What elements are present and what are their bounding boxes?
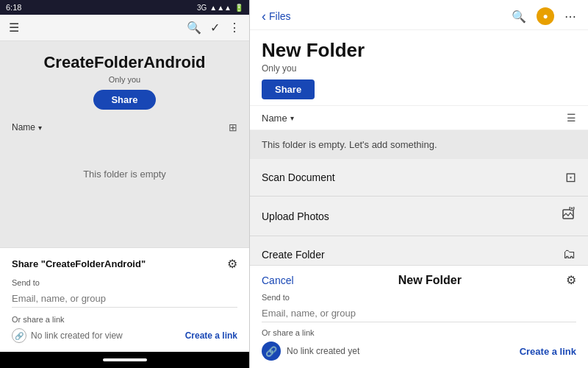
right-no-link-text: No link created yet: [287, 346, 359, 356]
back-files-button[interactable]: ‹ Files: [262, 9, 291, 24]
left-share-button[interactable]: Share: [93, 90, 155, 110]
left-share-panel-title: Share "CreateFolderAndroid": [12, 258, 146, 269]
right-more-icon[interactable]: ⋯: [564, 10, 576, 24]
right-share-panel: Cancel New Folder ⚙ Send to Or share a l…: [250, 265, 588, 368]
left-link-icon: 🔗: [12, 328, 26, 343]
status-time: 6:18: [6, 3, 21, 12]
battery-icon: 🔋: [234, 4, 243, 12]
right-share-button[interactable]: Share: [262, 79, 315, 99]
left-bottom-bar: [0, 352, 249, 368]
right-create-link-button[interactable]: Create a link: [520, 346, 576, 357]
action-list: Scan Document ⊡ Upload Photos Create Fol…: [250, 159, 588, 265]
left-name-label: Name: [12, 122, 35, 132]
right-or-share-label: Or share a link: [262, 328, 576, 337]
scan-document-item[interactable]: Scan Document ⊡: [250, 159, 588, 197]
right-sort-chevron: ▾: [290, 114, 294, 122]
right-notif-icon[interactable]: ●: [537, 7, 554, 25]
create-folder-icon: 🗂: [563, 247, 576, 262]
right-name-sort[interactable]: Name ▾: [262, 113, 294, 124]
left-folder-content: CreateFolderAndroid Only you Share Name …: [0, 41, 249, 247]
left-email-input[interactable]: [12, 290, 237, 308]
cancel-button[interactable]: Cancel: [262, 275, 294, 286]
left-only-you: Only you: [109, 75, 140, 84]
menu-icon[interactable]: ☰: [9, 21, 19, 35]
status-bar: 6:18 3G ▲▲▲ 🔋: [0, 0, 249, 15]
right-search-icon[interactable]: 🔍: [512, 10, 526, 24]
right-only-you: Only you: [262, 63, 576, 74]
right-list-icon[interactable]: ☰: [567, 112, 576, 124]
right-link-icon: 🔗: [262, 342, 281, 361]
phone-toolbar: ☰ 🔍 ✓ ⋮: [0, 15, 249, 41]
left-or-share-label: Or share a link: [12, 315, 237, 324]
upload-photos-icon: [562, 207, 576, 225]
right-email-input[interactable]: [262, 305, 576, 322]
left-folder-title: CreateFolderAndroid: [43, 53, 205, 72]
left-no-link: 🔗 No link created for view: [12, 328, 123, 343]
left-create-link-button[interactable]: Create a link: [185, 330, 237, 341]
status-icons: 3G ▲▲▲ 🔋: [197, 4, 243, 12]
right-panel: ‹ Files 🔍 ● ⋯ New Folder Only you Share …: [250, 0, 588, 368]
right-content-area: This folder is empty. Let's add somethin…: [250, 130, 588, 265]
create-folder-item[interactable]: Create Folder 🗂: [250, 236, 588, 265]
left-send-to-label: Send to: [12, 278, 237, 287]
left-link-row: 🔗 No link created for view Create a link: [12, 328, 237, 343]
scan-document-icon: ⊡: [565, 169, 576, 185]
right-gear-icon[interactable]: ⚙: [566, 273, 576, 287]
left-empty-text: This folder is empty: [83, 169, 166, 180]
right-folder-section: New Folder Only you Share: [250, 30, 588, 105]
back-chevron: ‹: [262, 9, 266, 24]
right-share-panel-header: Cancel New Folder ⚙: [262, 273, 576, 287]
left-sort-chevron: ▾: [38, 124, 42, 132]
right-folder-title: New Folder: [262, 39, 576, 62]
more-icon[interactable]: ⋮: [229, 21, 240, 35]
right-name-row: Name ▾ ☰: [250, 105, 588, 130]
scan-document-label: Scan Document: [262, 171, 335, 183]
right-send-to-label: Send to: [262, 293, 576, 302]
left-name-sort-row: Name ▾ ⊞: [12, 118, 237, 139]
right-name-label: Name: [262, 113, 287, 124]
create-folder-label: Create Folder: [262, 249, 325, 261]
right-header-icons: 🔍 ● ⋯: [512, 7, 576, 25]
toolbar-right-icons: 🔍 ✓ ⋮: [187, 21, 240, 35]
right-empty-text: This folder is empty. Let's add somethin…: [250, 130, 588, 159]
check-icon[interactable]: ✓: [210, 21, 220, 35]
right-share-panel-title: New Folder: [398, 274, 462, 287]
left-panel: 6:18 3G ▲▲▲ 🔋 ☰ 🔍 ✓ ⋮ CreateFolderAndroi…: [0, 0, 250, 368]
right-header: ‹ Files 🔍 ● ⋯: [250, 0, 588, 30]
home-indicator: [103, 358, 147, 361]
search-icon[interactable]: 🔍: [187, 21, 201, 35]
sim-icon: 3G: [197, 4, 207, 12]
right-no-link: 🔗 No link created yet: [262, 342, 359, 361]
left-grid-icon[interactable]: ⊞: [229, 121, 237, 133]
upload-photos-label: Upload Photos: [262, 210, 329, 222]
left-share-panel: Share "CreateFolderAndroid" ⚙ Send to Or…: [0, 247, 249, 352]
left-name-sort[interactable]: Name ▾: [12, 122, 42, 132]
signal-icon: ▲▲▲: [209, 4, 232, 12]
left-no-link-text: No link created for view: [31, 330, 123, 341]
back-files-label: Files: [269, 10, 291, 22]
left-share-panel-header: Share "CreateFolderAndroid" ⚙: [12, 257, 237, 271]
left-gear-icon[interactable]: ⚙: [227, 257, 237, 271]
upload-photos-item[interactable]: Upload Photos: [250, 197, 588, 236]
right-link-row: 🔗 No link created yet Create a link: [262, 342, 576, 361]
